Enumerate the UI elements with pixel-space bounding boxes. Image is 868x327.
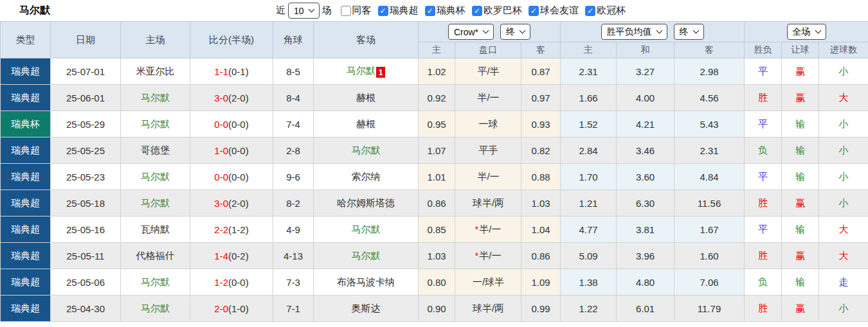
away-team-cell: 赫根 [314,111,419,137]
same-venue-checkbox[interactable] [341,6,351,16]
handicap-result: 输 [795,171,805,182]
league-filters: 瑞典超 瑞典杯 欧罗巴杯 球会友谊 欧冠杯 [374,4,626,17]
league-type-cell: 瑞典超 [1,296,51,322]
chevron-down-icon [815,28,821,34]
handicap-line-cell: 平手 [455,137,521,164]
result-scope-select[interactable]: 全场 [787,24,826,40]
goals-result: 大 [839,224,849,234]
table-row: 瑞典超 25-06-01 马尔默 3-0(2-0) 8-4 赫根 0.92 半/… [1,85,868,111]
col-header-date: 日期 [51,22,121,58]
handicap-result: 赢 [795,66,805,76]
goals-result: 大 [839,92,849,103]
handicap-result-cell: 输 [782,137,819,164]
date-cell: 25-07-01 [51,58,121,85]
home-team-cell: 瓦纳默 [121,217,190,243]
handicap-away-odds-cell: 1.04 [521,217,561,243]
league-filter-item[interactable]: 瑞典杯 [425,4,466,17]
bookmaker-select[interactable]: Crow* [448,24,494,40]
goals-result: 大 [839,250,849,261]
same-venue-label: 同客 [352,4,372,17]
handicap-result-cell: 赢 [782,190,819,217]
away-team-cell: 索尔纳 [314,164,419,190]
fulltime-score: 0-0 [214,119,228,130]
away-team-cell: 马尔默 [314,243,419,269]
col-header-score: 比分(半场) [190,22,273,58]
same-venue-filter[interactable]: 同客 [341,4,372,17]
date-cell: 25-05-16 [51,217,121,243]
avg-home-odds-cell: 2.31 [561,58,617,85]
match-table-body: 瑞典超 25-07-01 米亚尔比 1-1(0-1) 8-5 马尔默1 1.02… [1,58,868,322]
col-header-ah-line: 盘口 [455,42,521,58]
home-team-cell: 哥德堡 [121,137,190,164]
handicap-home-odds-cell: 0.90 [419,296,455,322]
handicap-result: 赢 [795,303,805,314]
home-team-cell: 马尔默 [121,164,190,190]
handicap-line: 平/半 [477,66,499,76]
handicap-result-cell: 赢 [782,243,819,269]
avg-draw-odds-cell: 6.30 [617,190,674,217]
league-type-cell: 瑞典超 [1,58,51,85]
handicap-result-cell: 输 [782,164,819,190]
score-cell: 1-4(0-2) [190,243,273,269]
wdl-result: 负 [758,276,768,287]
handicap-stage-select[interactable]: 终 [500,24,530,40]
league-type-cell: 瑞典超 [1,217,51,243]
col-header-away: 客场 [314,22,419,58]
corner-cell: 7-1 [273,296,314,322]
league-checkbox[interactable] [585,6,595,16]
halftime-score: (1-0) [228,303,249,314]
wdl-result: 负 [758,145,768,155]
handicap-star: * [475,224,478,234]
avg-draw-odds-cell: 4.21 [617,111,674,137]
away-team-cell: 马尔默 [314,137,419,164]
matches-unit-label: 场 [322,4,332,17]
handicap-line: 一/球半 [473,276,504,287]
league-checkbox[interactable] [378,6,388,16]
handicap-line: 一球 [479,118,498,129]
handicap-away-odds-cell: 0.93 [521,111,561,137]
score-cell: 2-2(1-2) [190,217,273,243]
league-filter-item[interactable]: 欧冠杯 [585,4,626,17]
wdl-stage-select[interactable]: 终 [674,24,704,40]
league-checkbox[interactable] [529,6,539,16]
away-team-cell: 马尔默 [314,217,419,243]
fulltime-score: 1-0 [214,145,228,156]
handicap-result: 输 [795,118,805,129]
home-team-name: 马尔默 [141,303,170,314]
league-filter-item[interactable]: 欧罗巴杯 [472,4,522,17]
avg-draw-odds-cell: 3.60 [617,164,674,190]
fulltime-score: 2-2 [214,224,228,235]
corner-cell: 7-4 [273,111,314,137]
col-header-avg-away: 客 [674,42,745,58]
league-checkbox[interactable] [472,6,482,16]
goals-result-cell: 大 [819,243,868,269]
recent-count-select[interactable]: 10 [288,3,320,19]
handicap-away-odds-cell: 0.82 [521,137,561,164]
avg-away-odds-cell: 5.43 [674,111,745,137]
recent-count-value: 10 [294,6,304,16]
wdl-avg-select[interactable]: 胜平负均值 [601,24,667,40]
chevron-down-icon [656,28,662,34]
league-checkbox[interactable] [425,6,435,16]
avg-draw-odds-cell: 4.00 [617,85,674,111]
corner-cell: 2-8 [273,137,314,164]
avg-away-odds-cell: 2.31 [674,137,745,164]
corner-cell: 9-6 [273,164,314,190]
handicap-away-odds-cell: 1.03 [521,190,561,217]
home-team-name: 代格福什 [136,250,175,261]
avg-draw-odds-cell: 3.81 [617,217,674,243]
home-team-cell: 米亚尔比 [121,58,190,85]
league-label: 瑞典杯 [437,4,466,17]
wdl-result-cell: 平 [745,111,782,137]
table-row: 瑞典超 25-04-30 马尔默 2-0(1-0) 7-1 奥斯达 0.90 球… [1,296,868,322]
handicap-line: 球半/两 [473,197,504,208]
goals-result-cell: 大 [819,217,868,243]
league-filter-item[interactable]: 球会友谊 [529,4,579,17]
wdl-result: 平 [758,66,768,76]
match-history-table: 类型 日期 主场 比分(半场) 角球 客场 Crow* 终 [0,21,868,322]
corner-cell: 4-9 [273,217,314,243]
wdl-result-cell: 负 [745,269,782,296]
league-filter-item[interactable]: 瑞典超 [378,4,419,17]
avg-draw-odds-cell: 3.27 [617,58,674,85]
handicap-line: 球半/两 [473,303,504,314]
